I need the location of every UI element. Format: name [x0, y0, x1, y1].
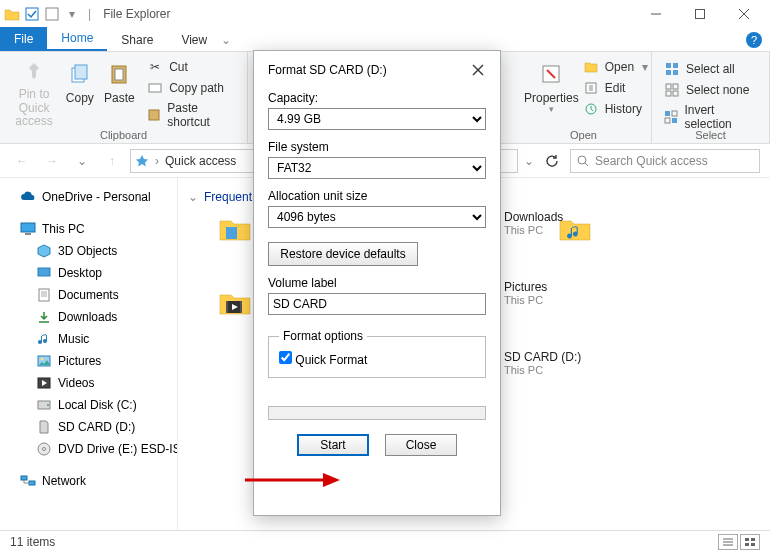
nav-this-pc[interactable]: This PC — [6, 218, 171, 240]
svg-rect-13 — [673, 63, 678, 68]
capacity-select[interactable]: 4.99 GB — [268, 108, 486, 130]
disc-icon — [36, 441, 52, 457]
select-all-icon — [664, 61, 680, 77]
qat-save-icon[interactable] — [24, 6, 40, 22]
pin-icon — [20, 60, 48, 84]
format-dialog: Format SD CARD (D:) Capacity: 4.99 GB Fi… — [253, 50, 501, 516]
svg-rect-21 — [672, 111, 677, 116]
allocation-select[interactable]: 4096 bytes — [268, 206, 486, 228]
folder-pictures[interactable]: PicturesThis PC — [504, 280, 644, 306]
view-details-button[interactable] — [718, 534, 738, 550]
desktop-icon — [36, 265, 52, 281]
folder-downloads[interactable]: DownloadsThis PC — [504, 210, 644, 236]
videos-icon — [36, 375, 52, 391]
svg-rect-42 — [240, 301, 242, 313]
nav-local-disk[interactable]: Local Disk (C:) — [6, 394, 171, 416]
invert-selection-button[interactable]: Invert selection — [660, 102, 761, 132]
svg-rect-25 — [21, 223, 35, 232]
paste-shortcut-button[interactable]: Paste shortcut — [143, 100, 239, 130]
volume-label-label: Volume label — [268, 276, 486, 290]
nav-music[interactable]: Music — [6, 328, 171, 350]
svg-rect-18 — [666, 91, 671, 96]
qat-separator: | — [88, 7, 91, 21]
svg-rect-8 — [149, 110, 159, 120]
music-icon — [36, 331, 52, 347]
volume-label-input[interactable] — [268, 293, 486, 315]
svg-rect-46 — [751, 543, 755, 546]
filesystem-select[interactable]: FAT32 — [268, 157, 486, 179]
copy-path-icon — [147, 80, 163, 96]
copy-path-button[interactable]: Copy path — [143, 79, 239, 97]
documents-icon — [36, 287, 52, 303]
restore-defaults-button[interactable]: Restore device defaults — [268, 242, 418, 266]
nav-pictures[interactable]: Pictures — [6, 350, 171, 372]
qat-properties-icon[interactable] — [44, 6, 60, 22]
item-count: 11 items — [10, 535, 55, 549]
nav-dvd-drive[interactable]: DVD Drive (E:) ESD-IS — [6, 438, 171, 460]
close-button-dialog[interactable]: Close — [385, 434, 457, 456]
tab-home[interactable]: Home — [47, 27, 107, 51]
nav-documents[interactable]: Documents — [6, 284, 171, 306]
tab-file[interactable]: File — [0, 27, 47, 51]
group-label-open: Open — [516, 129, 651, 141]
pin-quick-access-button[interactable]: Pin to Quick access — [8, 56, 60, 128]
drive-icon — [36, 397, 52, 413]
minimize-button[interactable] — [634, 0, 678, 28]
edit-button[interactable]: Edit — [579, 79, 652, 97]
start-button[interactable]: Start — [297, 434, 369, 456]
nav-back-button[interactable]: ← — [10, 149, 34, 173]
close-button[interactable] — [722, 0, 766, 28]
select-none-button[interactable]: Select none — [660, 81, 761, 99]
copy-icon — [66, 60, 94, 88]
quick-format-option[interactable]: Quick Format — [279, 353, 367, 367]
search-placeholder: Search Quick access — [595, 154, 708, 168]
maximize-button[interactable] — [678, 0, 722, 28]
copy-button[interactable]: Copy — [60, 56, 100, 128]
nav-sd-card[interactable]: SD CARD (D:) — [6, 416, 171, 438]
qat-dropdown-icon[interactable]: ▾ — [64, 6, 80, 22]
svg-rect-2 — [696, 10, 705, 19]
folder-icon — [218, 212, 252, 246]
svg-point-35 — [43, 448, 46, 451]
svg-rect-23 — [672, 118, 677, 123]
svg-rect-6 — [115, 69, 123, 80]
monitor-icon — [20, 221, 36, 237]
nav-up-button[interactable]: ↑ — [100, 149, 124, 173]
open-button[interactable]: Open▾ — [579, 58, 652, 76]
cut-button[interactable]: ✂Cut — [143, 58, 239, 76]
tab-view[interactable]: View — [167, 29, 221, 51]
title-bar: ▾ | File Explorer — [0, 0, 770, 28]
quick-format-checkbox[interactable] — [279, 351, 292, 364]
history-button[interactable]: History — [579, 100, 652, 118]
svg-point-33 — [47, 404, 49, 406]
help-button[interactable]: ? — [746, 32, 762, 48]
svg-rect-43 — [745, 538, 749, 541]
nav-forward-button[interactable]: → — [40, 149, 64, 173]
nav-videos[interactable]: Videos — [6, 372, 171, 394]
nav-desktop[interactable]: Desktop — [6, 262, 171, 284]
svg-rect-14 — [666, 70, 671, 75]
nav-onedrive[interactable]: OneDrive - Personal — [6, 186, 171, 208]
svg-rect-12 — [666, 63, 671, 68]
ribbon-collapse-icon[interactable]: ⌄ — [221, 33, 231, 47]
svg-rect-26 — [25, 233, 31, 235]
svg-rect-4 — [75, 65, 87, 79]
nav-recent-dropdown[interactable]: ⌄ — [70, 149, 94, 173]
view-large-button[interactable] — [740, 534, 760, 550]
svg-rect-28 — [39, 289, 49, 301]
group-label-select: Select — [652, 129, 769, 141]
dialog-close-button[interactable] — [470, 62, 486, 78]
history-icon — [583, 101, 599, 117]
refresh-button[interactable] — [540, 149, 564, 173]
select-all-button[interactable]: Select all — [660, 60, 761, 78]
nav-3d-objects[interactable]: 3D Objects — [6, 240, 171, 262]
folder-sdcard[interactable]: SD CARD (D:)This PC — [504, 350, 644, 376]
nav-downloads[interactable]: Downloads — [6, 306, 171, 328]
nav-network[interactable]: Network — [6, 470, 171, 492]
tab-share[interactable]: Share — [107, 29, 167, 51]
breadcrumb[interactable]: Quick access — [165, 154, 236, 168]
svg-rect-17 — [673, 84, 678, 89]
properties-button[interactable]: Properties ▾ — [524, 56, 579, 128]
paste-button[interactable]: Paste — [100, 56, 140, 128]
search-box[interactable]: Search Quick access — [570, 149, 760, 173]
